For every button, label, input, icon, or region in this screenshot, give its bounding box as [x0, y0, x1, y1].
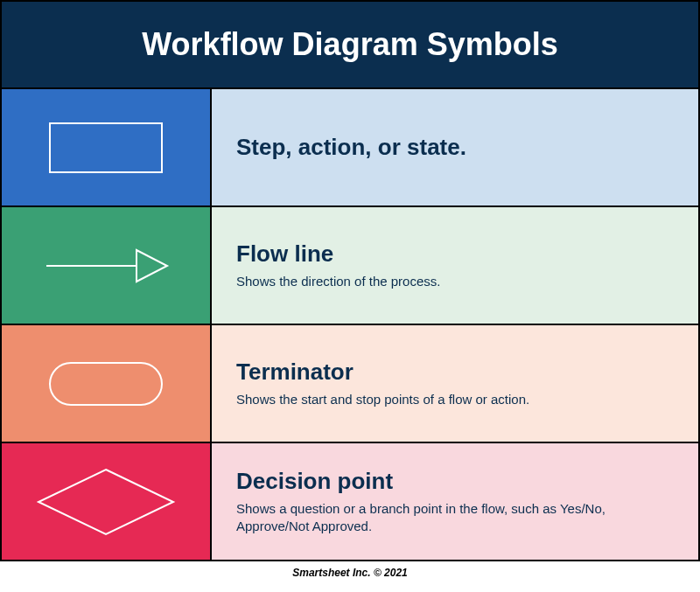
- text-cell-dec: Decision point Shows a question or a bra…: [212, 443, 698, 560]
- row-term: Terminator Shows the start and stop poin…: [2, 325, 698, 443]
- dec-desc: Shows a question or a branch point in th…: [236, 500, 674, 536]
- terminator-icon: [49, 362, 163, 406]
- symbol-cell-term: [2, 325, 212, 442]
- footer-copyright: Smartsheet Inc. © 2021: [0, 561, 700, 584]
- step-title: Step, action, or state.: [236, 134, 674, 161]
- diagram-title: Workflow Diagram Symbols: [2, 0, 698, 89]
- symbol-cell-step: [2, 89, 212, 205]
- text-cell-step: Step, action, or state.: [212, 89, 698, 205]
- flow-desc: Shows the direction of the process.: [236, 273, 674, 290]
- text-cell-flow: Flow line Shows the direction of the pro…: [212, 207, 698, 324]
- term-desc: Shows the start and stop points of a flo…: [236, 391, 674, 408]
- workflow-symbols-diagram: Workflow Diagram Symbols Step, action, o…: [0, 0, 700, 561]
- svg-marker-1: [136, 250, 167, 282]
- term-title: Terminator: [236, 359, 674, 386]
- diamond-icon: [32, 463, 180, 541]
- symbol-cell-flow: [2, 207, 212, 324]
- rectangle-icon: [49, 122, 163, 173]
- row-dec: Decision point Shows a question or a bra…: [2, 443, 698, 561]
- dec-title: Decision point: [236, 468, 674, 495]
- text-cell-term: Terminator Shows the start and stop poin…: [212, 325, 698, 442]
- symbol-cell-dec: [2, 443, 212, 560]
- flow-title: Flow line: [236, 240, 674, 268]
- row-flow: Flow line Shows the direction of the pro…: [2, 207, 698, 325]
- arrow-icon: [36, 240, 176, 292]
- row-step: Step, action, or state.: [2, 89, 698, 207]
- svg-marker-2: [38, 470, 173, 534]
